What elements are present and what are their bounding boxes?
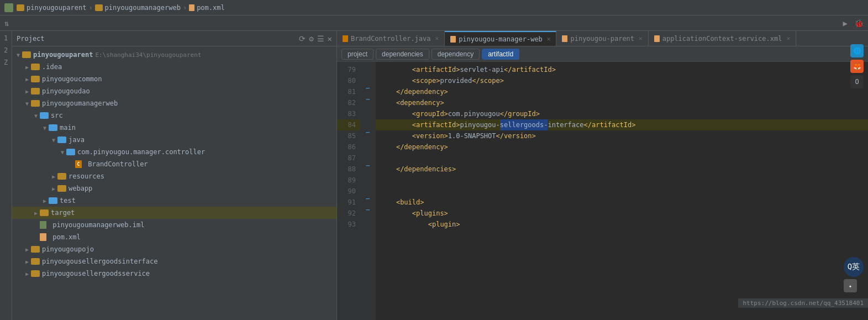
tree-label: src xyxy=(51,112,63,119)
tree-item-test[interactable]: ▶ test xyxy=(12,195,336,207)
expand-arrow[interactable]: ▼ xyxy=(23,101,31,107)
sidebar-icons: ⟳ ⚙ ☰ ✕ xyxy=(299,34,332,43)
expand-arrow[interactable]: ▼ xyxy=(59,149,66,155)
expand-arrow[interactable]: ▶ xyxy=(41,198,49,204)
tab-appcontext[interactable]: applicationContext-service.xml ✕ xyxy=(649,31,796,46)
fold-icon-82[interactable]: − xyxy=(366,95,370,103)
tab-close[interactable]: ✕ xyxy=(547,35,551,43)
expand-arrow[interactable]: ▶ xyxy=(23,88,31,95)
fold-icon-92[interactable]: − xyxy=(366,206,370,214)
expand-arrow[interactable]: ▶ xyxy=(50,186,57,192)
expand-arrow[interactable]: ▶ xyxy=(32,210,40,216)
tree-item-idea[interactable]: ▶ .idea xyxy=(12,61,336,73)
expand-arrow[interactable]: ▶ xyxy=(23,64,31,70)
tab-pom-managerweb[interactable]: pinyougou-manager-web ✕ xyxy=(445,31,556,46)
breadcrumb-file[interactable]: pom.xml xyxy=(189,4,225,12)
folder-icon xyxy=(31,100,40,107)
code-line-85: <version>1.0-SNAPSHOT</version> xyxy=(376,130,868,141)
tree-item-main[interactable]: ▼ main xyxy=(12,122,336,134)
expand-arrow[interactable]: ▼ xyxy=(41,125,49,131)
breadcrumb-root[interactable]: pinyougouparent xyxy=(17,4,86,12)
tree-item-brandcontroller[interactable]: C BrandController xyxy=(12,158,336,170)
sidebar-header: Project ⟳ ⚙ ☰ ✕ xyxy=(12,31,336,46)
tab-close[interactable]: ✕ xyxy=(786,35,790,42)
side-icon-3[interactable]: Z xyxy=(1,57,11,67)
ln-81: 81 xyxy=(337,86,360,97)
xml-file-icon xyxy=(40,233,46,241)
tree-item-pinyougoupojo[interactable]: ▶ pinyougoupojo xyxy=(12,243,336,255)
tree-label: pinyougoumanagerweb xyxy=(42,99,118,107)
code-line-81: </dependency> xyxy=(376,86,868,97)
tree-item-resources[interactable]: ▶ resources xyxy=(12,170,336,182)
tree-item-pom[interactable]: pom.xml xyxy=(12,231,336,243)
settings-icon[interactable]: ☰ xyxy=(317,34,324,43)
tab-close[interactable]: ✕ xyxy=(639,35,643,42)
expand-arrow[interactable]: ▶ xyxy=(50,174,57,180)
ln-80: 80 xyxy=(337,75,360,86)
side-icon-1[interactable]: 1 xyxy=(1,33,11,43)
tree-item-target[interactable]: ▶ target xyxy=(12,207,336,219)
tree-item-pinyougoucommon[interactable]: ▶ pinyougoucommon xyxy=(12,73,336,85)
editor-area: BrandController.java ✕ pinyougou-manager… xyxy=(337,31,868,320)
sync-icon[interactable]: ⟳ xyxy=(299,34,306,43)
fold-icon-88[interactable]: − xyxy=(366,161,370,170)
side-icon-2[interactable]: 2 xyxy=(1,45,11,55)
tree-label: pinyougoucommon xyxy=(42,75,102,83)
tab-xml-icon xyxy=(654,35,660,42)
expand-arrow[interactable]: ▶ xyxy=(23,246,31,253)
tree-item-iml[interactable]: pinyougoumanagerweb.iml xyxy=(12,219,336,231)
fold-icon-81[interactable]: − xyxy=(366,84,370,92)
tab-label: applicationContext-service.xml xyxy=(662,35,782,43)
toolbar-play-icon[interactable]: ▶ xyxy=(841,18,850,29)
ln-82: 82 xyxy=(337,97,360,108)
toolbar-debug-icon[interactable]: 🐞 xyxy=(852,18,866,29)
nav-btn-dependencies[interactable]: dependencies xyxy=(376,49,429,60)
expand-arrow[interactable]: ▼ xyxy=(32,113,40,119)
tree-item-pinyougoudao[interactable]: ▶ pinyougoudao xyxy=(12,85,336,97)
breadcrumb-sep-1: › xyxy=(88,4,92,12)
expand-arrow[interactable]: ▶ xyxy=(23,76,31,82)
close-sidebar-icon[interactable]: ✕ xyxy=(328,34,332,43)
ln-87: 87 xyxy=(337,153,360,164)
tree-item-pinyougoumanagerweb[interactable]: ▼ pinyougoumanagerweb xyxy=(12,97,336,109)
code-content[interactable]: <artifactId>servlet-api</artifactId> <sc… xyxy=(376,62,868,320)
fold-icon-86[interactable]: − xyxy=(366,128,370,137)
bottom-right-floating: Q英 ✦ xyxy=(844,257,864,292)
tree-item-sellergoodsservice[interactable]: ▶ pinyougousellergoodsservice xyxy=(12,267,336,280)
tree-item-pinyougouparent[interactable]: ▼ pinyougouparent E:\shanghai34\pinyougo… xyxy=(12,49,336,61)
sidebar: Project ⟳ ⚙ ☰ ✕ ▼ pinyougouparent E:\sha… xyxy=(12,31,337,320)
tree-item-webapp[interactable]: ▶ webapp xyxy=(12,182,336,195)
tab-java-icon xyxy=(343,35,348,42)
ln-83: 83 xyxy=(337,108,360,119)
folder-icon xyxy=(40,112,49,119)
breadcrumb-parent[interactable]: pinyougoumanagerweb xyxy=(95,4,181,12)
nav-btn-artifactid[interactable]: artifactId xyxy=(482,49,519,60)
toolbar-sort-icon[interactable]: ⇅ xyxy=(2,18,11,29)
tree-item-sellergoodsinterface[interactable]: ▶ pinyougousellergoodsinterface xyxy=(12,255,336,267)
misc-btn[interactable]: ✦ xyxy=(844,279,857,292)
left-side-icons: 1 2 Z xyxy=(0,31,12,320)
main-layout: 1 2 Z Project ⟳ ⚙ ☰ ✕ ▼ pinyougouparent … xyxy=(0,31,868,320)
folder-icon xyxy=(57,185,66,192)
nav-btn-dependency[interactable]: dependency xyxy=(432,49,480,60)
expand-arrow[interactable]: ▼ xyxy=(14,52,22,58)
opera-icon[interactable]: O xyxy=(850,75,864,88)
code-line-79: <artifactId>servlet-api</artifactId> xyxy=(376,64,868,75)
tab-close[interactable]: ✕ xyxy=(435,35,439,42)
nav-btn-project[interactable]: project xyxy=(341,49,373,60)
tree-item-java[interactable]: ▼ java xyxy=(12,134,336,146)
tree-item-controller-pkg[interactable]: ▼ com.pinyougou.manager.controller xyxy=(12,146,336,158)
expand-arrow[interactable]: ▶ xyxy=(23,271,31,277)
gear-icon[interactable]: ⚙ xyxy=(309,34,313,43)
tree-item-src[interactable]: ▼ src xyxy=(12,109,336,122)
code-line-83: <groupId>com.pinyougou</groupId> xyxy=(376,108,868,119)
expand-arrow[interactable]: ▶ xyxy=(23,259,31,265)
expand-arrow[interactable]: ▼ xyxy=(50,137,57,143)
tab-pom-parent[interactable]: pinyougou-parent ✕ xyxy=(556,31,648,46)
fold-icon-91[interactable]: − xyxy=(366,195,370,203)
firefox-icon[interactable]: 🦊 xyxy=(850,62,864,73)
translate-btn[interactable]: Q英 xyxy=(844,257,864,277)
tree-label: webapp xyxy=(69,185,92,192)
status-url: https://blog.csdn.net/qq_43518401 xyxy=(738,298,868,308)
tab-brandcontroller[interactable]: BrandController.java ✕ xyxy=(337,31,445,46)
